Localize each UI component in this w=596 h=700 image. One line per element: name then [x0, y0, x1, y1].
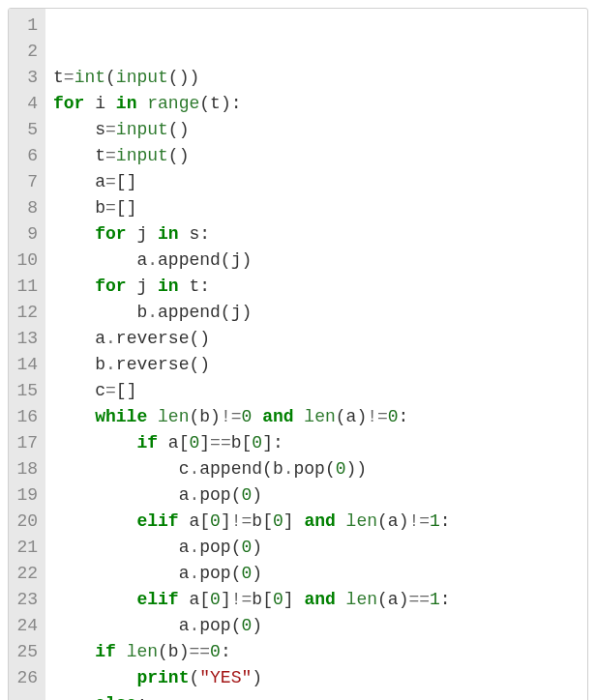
code-line: t=input(): [53, 143, 580, 169]
code-line: a.reverse(): [53, 326, 580, 352]
line-number: 11: [15, 274, 38, 300]
code-line: while len(b)!=0 and len(a)!=0:: [53, 404, 580, 430]
code-line: elif a[0]!=b[0] and len(a)!=1:: [53, 509, 580, 535]
code-line: a.pop(0): [53, 561, 580, 587]
line-number: 19: [15, 482, 38, 509]
code-line: a.append(j): [53, 248, 580, 274]
code-line: if a[0]==b[0]:: [53, 430, 580, 456]
code-line: for j in t:: [53, 274, 580, 300]
code-line: for i in range(t):: [53, 91, 580, 117]
line-number: 17: [15, 430, 38, 456]
line-number: 10: [15, 248, 38, 274]
line-number: 13: [15, 326, 38, 352]
code-line: t=int(input()): [53, 65, 580, 91]
code-line: a.pop(0): [53, 535, 580, 561]
line-number: 20: [15, 509, 38, 535]
line-number: 5: [15, 117, 38, 143]
code-line: c.append(b.pop(0)): [53, 456, 580, 482]
line-number: 9: [15, 221, 38, 248]
line-number: 1: [15, 13, 38, 39]
line-number: 14: [15, 352, 38, 378]
code-line: print("YES"): [53, 665, 580, 691]
line-number: 15: [15, 378, 38, 404]
code-line: c=[]: [53, 378, 580, 404]
code-line: a.pop(0): [53, 613, 580, 639]
code-line: b.append(j): [53, 300, 580, 326]
code-line: a=[]: [53, 169, 580, 195]
code-line: elif a[0]!=b[0] and len(a)==1:: [53, 587, 580, 613]
code-content: t=int(input())for i in range(t): s=input…: [45, 9, 587, 700]
code-line: a.pop(0): [53, 482, 580, 509]
line-number: 12: [15, 300, 38, 326]
line-number: 3: [15, 65, 38, 91]
line-number: 16: [15, 404, 38, 430]
line-number: 24: [15, 613, 38, 639]
code-line: for j in s:: [53, 221, 580, 248]
line-number: 22: [15, 561, 38, 587]
line-number: 4: [15, 91, 38, 117]
line-number: 26: [15, 665, 38, 691]
code-line: b=[]: [53, 195, 580, 221]
code-line: else:: [53, 691, 580, 700]
line-number: 7: [15, 169, 38, 195]
line-number: 8: [15, 195, 38, 221]
line-number: 23: [15, 587, 38, 613]
line-number: 25: [15, 639, 38, 665]
code-block: 1234567891011121314151617181920212223242…: [8, 8, 588, 700]
line-number: 2: [15, 39, 38, 65]
line-number: 6: [15, 143, 38, 169]
code-line: if len(b)==0:: [53, 639, 580, 665]
line-number-gutter: 1234567891011121314151617181920212223242…: [9, 9, 45, 700]
line-number: 18: [15, 456, 38, 482]
code-line: b.reverse(): [53, 352, 580, 378]
line-number: 21: [15, 535, 38, 561]
code-line: s=input(): [53, 117, 580, 143]
